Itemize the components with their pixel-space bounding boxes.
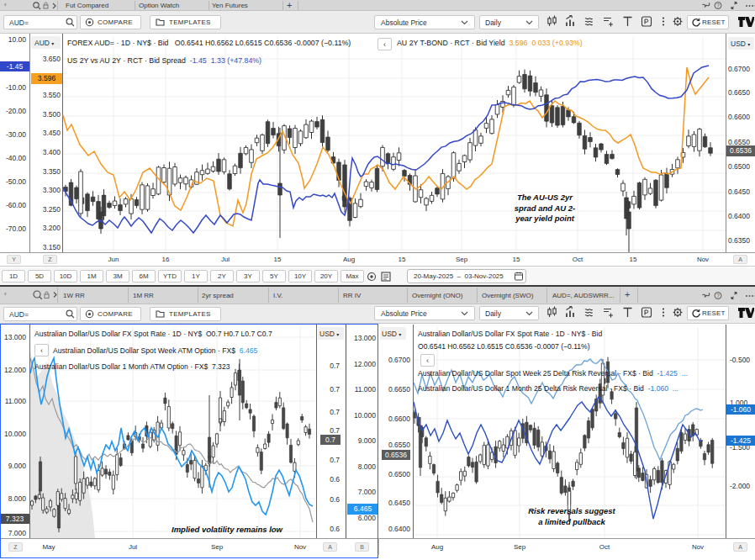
svg-text:?: ? xyxy=(716,3,720,8)
svg-text:?: ? xyxy=(716,293,720,298)
